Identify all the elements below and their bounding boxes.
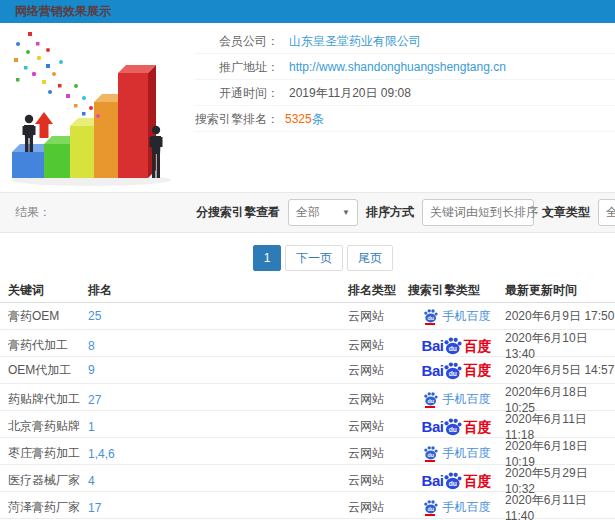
baidu-paw-icon: du bbox=[443, 361, 462, 380]
info-value[interactable]: http://www.shandonghuangshengtang.cn bbox=[289, 54, 506, 80]
engine-cell: du手机百度 bbox=[408, 445, 505, 462]
last-page-button[interactable]: 尾页 bbox=[347, 245, 393, 271]
pagination: 1 下一页 尾页 bbox=[253, 245, 393, 271]
keyword-cell: 菏泽膏药厂家 bbox=[8, 499, 88, 516]
page-1-button[interactable]: 1 bbox=[253, 245, 281, 271]
rank-cell[interactable]: 1 bbox=[88, 420, 348, 434]
table-row: 药贴牌代加工27云网站du手机百度2020年6月18日 10:25 bbox=[0, 384, 615, 411]
table-row: 医疗器械厂家4云网站Baidu百度2020年5月29日 10:32 bbox=[0, 465, 615, 492]
info-value[interactable]: 山东皇圣堂药业有限公司 bbox=[289, 28, 421, 54]
table-row: 膏药代加工8云网站Baidu百度2020年6月10日 13:40 bbox=[0, 330, 615, 357]
rank-cell[interactable]: 27 bbox=[88, 393, 348, 407]
header-keyword: 关键词 bbox=[8, 282, 88, 299]
rank-type-cell: 云网站 bbox=[348, 337, 408, 354]
article-type-value: 全部 bbox=[606, 204, 615, 221]
table-row: 北京膏药贴牌1云网站Baidu百度2020年6月11日 11:18 bbox=[0, 411, 615, 438]
baidu-pc-logo: Baidu百度 bbox=[422, 471, 492, 490]
baidu-logo-text: Bai bbox=[422, 363, 444, 378]
keyword-cell: 膏药OEM bbox=[8, 308, 88, 325]
rank-cell[interactable]: 1,4,6 bbox=[88, 447, 348, 461]
rank-cell[interactable]: 25 bbox=[88, 309, 348, 323]
info-label: 会员公司： bbox=[195, 28, 279, 54]
confetti bbox=[14, 32, 100, 118]
up-arrow-icon bbox=[35, 112, 53, 138]
page-title: 网络营销效果展示 bbox=[15, 3, 111, 20]
info-unit: 条 bbox=[312, 106, 324, 132]
engine-filter-select[interactable]: 全部 ▼ bbox=[288, 199, 358, 226]
engine-filter-value: 全部 bbox=[296, 204, 320, 221]
sort-select[interactable]: 关键词由短到长排序 ▼ bbox=[422, 199, 534, 226]
info-label: 开通时间： bbox=[195, 80, 279, 106]
baidu-paw-icon: du bbox=[423, 499, 438, 514]
article-type-label: 文章类型 bbox=[542, 204, 590, 221]
mobile-baidu-badge: du手机百度 bbox=[423, 391, 491, 408]
baidu-paw-icon: du bbox=[443, 336, 462, 355]
baidu-logo-text: Bai bbox=[422, 419, 444, 434]
svg-text:du: du bbox=[449, 426, 457, 433]
rank-type-cell: 云网站 bbox=[348, 472, 408, 489]
mobile-baidu-label: 手机百度 bbox=[443, 499, 491, 516]
baidu-pc-logo: Baidu百度 bbox=[422, 336, 492, 355]
info-label: 搜索引擎排名： bbox=[195, 106, 279, 132]
rank-type-cell: 云网站 bbox=[348, 418, 408, 435]
chevron-down-icon: ▼ bbox=[342, 208, 350, 217]
results-table: 关键词 排名 排名类型 搜索引擎类型 最新更新时间 膏药OEM25云网站du手机… bbox=[0, 278, 615, 519]
baidu-paw-icon: du bbox=[443, 471, 462, 490]
sort-label: 排序方式 bbox=[366, 204, 414, 221]
rank-type-cell: 云网站 bbox=[348, 499, 408, 516]
engine-cell: Baidu百度 bbox=[408, 417, 505, 436]
article-type-select[interactable]: 全部 ▼ bbox=[598, 199, 615, 226]
rank-type-cell: 云网站 bbox=[348, 308, 408, 325]
info-label: 推广地址： bbox=[195, 54, 279, 80]
header-rank-type: 排名类型 bbox=[348, 282, 408, 299]
baidu-logo-text: Bai bbox=[422, 473, 444, 488]
info-row: 推广地址：http://www.shandonghuangshengtang.c… bbox=[195, 54, 615, 80]
updated-cell: 2020年6月10日 13:40 bbox=[505, 330, 615, 361]
baidu-logo-cn: 百度 bbox=[463, 420, 491, 434]
header-updated: 最新更新时间 bbox=[505, 282, 615, 299]
mobile-baidu-badge: du手机百度 bbox=[423, 445, 491, 462]
rank-cell[interactable]: 8 bbox=[88, 339, 348, 353]
baidu-logo-text: Bai bbox=[422, 338, 444, 353]
engine-cell: Baidu百度 bbox=[408, 336, 505, 355]
filter-bar: 结果： 分搜索引擎查看 全部 ▼ 排序方式 关键词由短到长排序 ▼ 文章类型 全… bbox=[0, 192, 615, 233]
rank-type-cell: 云网站 bbox=[348, 445, 408, 462]
header-rank: 排名 bbox=[88, 282, 348, 299]
rank-cell[interactable]: 4 bbox=[88, 474, 348, 488]
engine-cell: Baidu百度 bbox=[408, 361, 505, 380]
keyword-cell: 医疗器械厂家 bbox=[8, 472, 88, 489]
table-row: 枣庄膏药加工1,4,6云网站du手机百度2020年6月18日 10:19 bbox=[0, 438, 615, 465]
rank-cell[interactable]: 9 bbox=[88, 363, 348, 377]
member-info-panel: 会员公司：山东皇圣堂药业有限公司推广地址：http://www.shandong… bbox=[195, 28, 615, 132]
mobile-baidu-badge: du手机百度 bbox=[423, 308, 491, 325]
mobile-baidu-icon: du bbox=[423, 391, 438, 408]
mobile-baidu-badge: du手机百度 bbox=[423, 499, 491, 516]
rank-type-cell: 云网站 bbox=[348, 362, 408, 379]
baidu-paw-icon: du bbox=[423, 445, 438, 460]
baidu-paw-icon: du bbox=[423, 308, 438, 323]
header-engine-type: 搜索引擎类型 bbox=[408, 282, 505, 299]
info-row: 开通时间：2019年11月20日 09:08 bbox=[195, 80, 615, 106]
rank-cell[interactable]: 17 bbox=[88, 501, 348, 515]
mobile-baidu-icon: du bbox=[423, 445, 438, 462]
svg-text:du: du bbox=[449, 480, 457, 487]
mobile-baidu-label: 手机百度 bbox=[443, 308, 491, 325]
table-row: OEM代加工9云网站Baidu百度2020年6月5日 14:57 bbox=[0, 357, 615, 384]
growth-chart-illustration bbox=[6, 28, 184, 188]
next-page-button[interactable]: 下一页 bbox=[285, 245, 343, 271]
updated-cell: 2020年6月5日 14:57 bbox=[505, 362, 615, 379]
table-row: 菏泽膏药厂家17云网站du手机百度2020年6月11日 11:40 bbox=[0, 492, 615, 519]
svg-text:du: du bbox=[449, 345, 457, 352]
baidu-pc-logo: Baidu百度 bbox=[422, 361, 492, 380]
rank-type-cell: 云网站 bbox=[348, 391, 408, 408]
keyword-cell: OEM代加工 bbox=[8, 362, 88, 379]
titlebar: 网络营销效果展示 bbox=[0, 0, 615, 23]
sort-value: 关键词由短到长排序 bbox=[430, 204, 538, 221]
mobile-baidu-icon: du bbox=[423, 308, 438, 325]
info-value: 2019年11月20日 09:08 bbox=[289, 80, 411, 106]
baidu-paw-icon: du bbox=[443, 417, 462, 436]
table-row: 膏药OEM25云网站du手机百度2020年6月9日 17:50 bbox=[0, 303, 615, 330]
baidu-logo-cn: 百度 bbox=[463, 474, 491, 488]
svg-text:du: du bbox=[449, 370, 457, 377]
svg-text:du: du bbox=[427, 506, 433, 512]
